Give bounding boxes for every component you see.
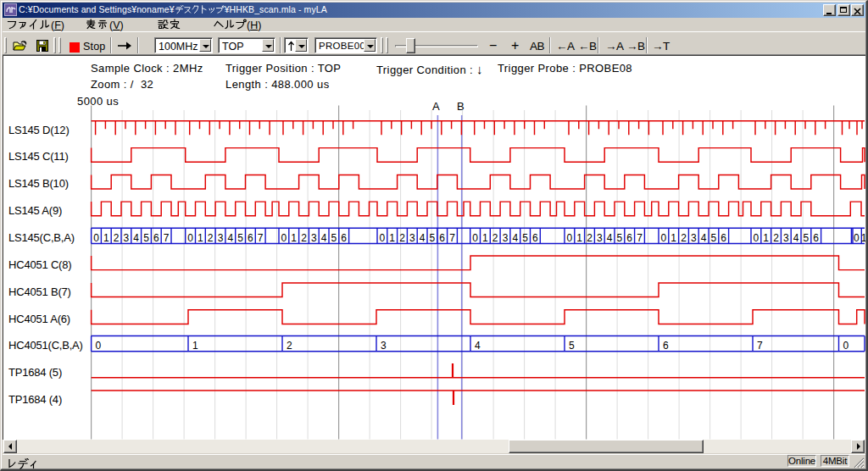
svg-text:0: 0: [187, 232, 193, 244]
svg-text:3: 3: [783, 232, 789, 244]
svg-text:2: 2: [287, 340, 292, 352]
svg-text:5: 5: [569, 340, 575, 352]
svg-text:1: 1: [291, 232, 297, 244]
svg-text:4: 4: [475, 340, 481, 352]
svg-text:5: 5: [617, 232, 623, 244]
svg-text:5: 5: [331, 232, 337, 244]
svg-text:3: 3: [691, 232, 697, 244]
svg-text:1: 1: [192, 340, 198, 352]
svg-text:1: 1: [670, 232, 676, 244]
svg-text:4: 4: [512, 232, 518, 244]
svg-text:6: 6: [663, 340, 669, 352]
svg-text:4: 4: [607, 232, 613, 244]
svg-text:4: 4: [793, 232, 799, 244]
svg-text:5: 5: [711, 232, 717, 244]
svg-text:0: 0: [843, 340, 849, 352]
svg-text:7: 7: [164, 232, 170, 244]
svg-text:7: 7: [637, 232, 643, 244]
svg-text:0: 0: [854, 232, 860, 244]
svg-text:4: 4: [701, 232, 707, 244]
svg-text:1: 1: [576, 232, 582, 244]
svg-text:1: 1: [482, 232, 488, 244]
svg-text:3: 3: [124, 232, 130, 244]
svg-text:0: 0: [472, 232, 478, 244]
svg-text:1: 1: [103, 232, 109, 244]
svg-text:2: 2: [301, 232, 307, 244]
svg-text:5: 5: [237, 232, 243, 244]
svg-text:6: 6: [248, 232, 253, 244]
svg-text:0: 0: [93, 232, 99, 244]
svg-text:6: 6: [341, 232, 347, 244]
svg-text:4: 4: [133, 232, 139, 244]
svg-text:7: 7: [258, 232, 264, 244]
svg-text:5: 5: [804, 232, 810, 244]
svg-text:7: 7: [757, 340, 763, 352]
svg-text:3: 3: [381, 340, 387, 352]
svg-text:0: 0: [567, 232, 573, 244]
svg-text:6: 6: [626, 232, 632, 244]
svg-text:4: 4: [227, 232, 233, 244]
svg-text:6: 6: [532, 232, 538, 244]
svg-text:5: 5: [143, 232, 149, 244]
svg-text:1: 1: [198, 232, 203, 244]
svg-text:0: 0: [380, 232, 386, 244]
svg-text:5: 5: [430, 232, 436, 244]
svg-text:3: 3: [597, 232, 603, 244]
svg-text:2: 2: [399, 232, 405, 244]
svg-text:6: 6: [439, 232, 445, 244]
svg-text:6: 6: [153, 232, 159, 244]
svg-text:0: 0: [281, 232, 287, 244]
svg-text:2: 2: [681, 232, 687, 244]
svg-text:2: 2: [208, 232, 214, 244]
svg-text:3: 3: [218, 232, 224, 244]
svg-text:7: 7: [449, 232, 455, 244]
svg-text:5: 5: [522, 232, 528, 244]
svg-text:0: 0: [96, 340, 102, 352]
svg-text:2: 2: [114, 232, 120, 244]
svg-text:3: 3: [409, 232, 415, 244]
svg-text:2: 2: [492, 232, 498, 244]
svg-text:4: 4: [420, 232, 426, 244]
svg-text:0: 0: [661, 232, 667, 244]
svg-text:1: 1: [763, 232, 769, 244]
svg-text:4: 4: [321, 232, 327, 244]
svg-text:3: 3: [503, 232, 509, 244]
svg-text:0: 0: [754, 232, 760, 244]
svg-text:6: 6: [813, 232, 819, 244]
svg-text:2: 2: [773, 232, 779, 244]
svg-text:6: 6: [721, 232, 726, 244]
svg-text:1: 1: [389, 232, 395, 244]
svg-text:3: 3: [311, 232, 317, 244]
svg-text:2: 2: [587, 232, 593, 244]
svg-text:1: 1: [861, 232, 865, 244]
